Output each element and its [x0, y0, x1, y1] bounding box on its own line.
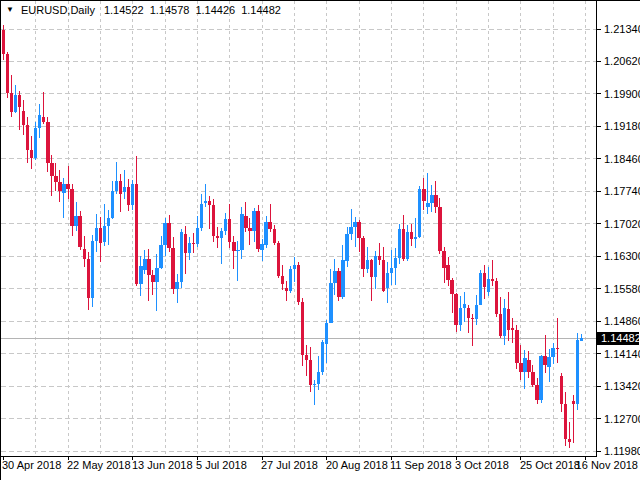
price-axis-label: 1.18460	[604, 153, 640, 165]
time-axis-label: 20 Aug 2018	[326, 459, 388, 471]
ohlc-open-value: 1.14522	[104, 4, 144, 16]
chart-header: ▼ EURUSD,Daily 1.14522 1.14578 1.14426 1…	[6, 3, 287, 17]
price-axis-label: 1.19180	[604, 120, 640, 132]
symbol-dropdown-icon[interactable]: ▼	[6, 6, 14, 14]
time-axis-label: 11 Sep 2018	[390, 459, 452, 471]
price-axis-label: 1.13420	[604, 380, 640, 392]
symbol-period-label: EURUSD,Daily	[21, 4, 95, 16]
time-axis-label: 5 Jul 2018	[196, 459, 247, 471]
time-axis-label: 13 Jun 2018	[132, 459, 193, 471]
time-axis-label: 16 Nov 2018	[576, 459, 638, 471]
time-axis-label: 22 May 2018	[67, 459, 131, 471]
price-axis-label: 1.14140	[604, 348, 640, 360]
time-axis-label: 25 Oct 2018	[520, 459, 580, 471]
candlestick-chart[interactable]	[0, 0, 640, 480]
ohlc-high-value: 1.14578	[150, 4, 190, 16]
ohlc-close-value: 1.14482	[241, 4, 281, 16]
ohlc-low-value: 1.14426	[195, 4, 235, 16]
chart-window: ▼ EURUSD,Daily 1.14522 1.14578 1.14426 1…	[0, 0, 640, 480]
price-axis-label: 1.17740	[604, 185, 640, 197]
price-axis-label: 1.19900	[604, 88, 640, 100]
time-axis-label: 27 Jul 2018	[261, 459, 318, 471]
price-axis-label: 1.20620	[604, 55, 640, 67]
time-axis-label: 3 Oct 2018	[455, 459, 509, 471]
current-price-value: 1.14482	[601, 332, 640, 344]
price-axis-label: 1.17020	[604, 218, 640, 230]
time-axis-label: 30 Apr 2018	[2, 459, 61, 471]
current-price-marker: 1.14482	[597, 332, 639, 345]
price-axis-label: 1.12700	[604, 413, 640, 425]
price-axis-label: 1.15580	[604, 283, 640, 295]
price-axis-label: 1.21340	[604, 23, 640, 35]
price-axis-label: 1.14860	[604, 315, 640, 327]
price-axis-label: 1.11980	[604, 445, 640, 457]
price-axis-label: 1.16300	[604, 250, 640, 262]
